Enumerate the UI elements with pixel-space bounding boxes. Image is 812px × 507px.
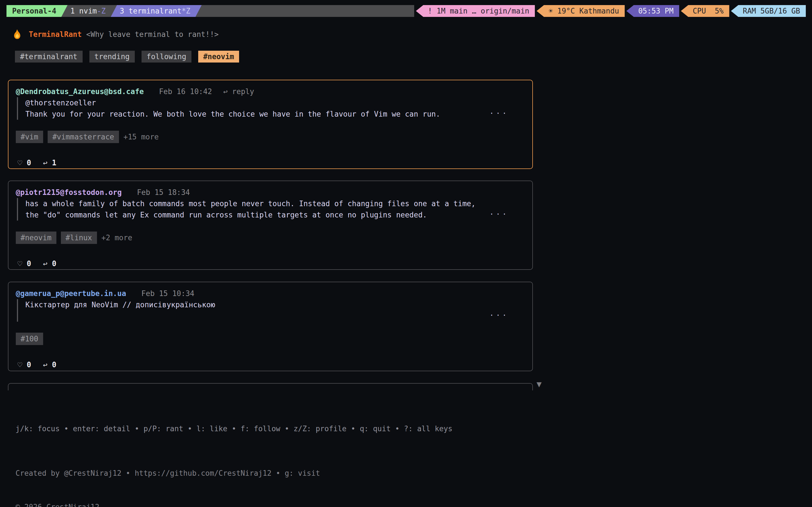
tag-chip[interactable]: #vimmasterrace xyxy=(48,131,119,143)
post-content: Кікстартер для NeoVim // дописівукраїнсь… xyxy=(17,299,525,322)
reply-count: 0 xyxy=(52,260,56,268)
post-stats: ♡0↩0 xyxy=(16,258,525,269)
tag-chip[interactable]: #vim xyxy=(16,131,43,143)
tmux-window-label: 3 terminalrant xyxy=(120,5,182,17)
app-title: TerminalRant xyxy=(29,30,82,39)
post-card[interactable]: @gamerua_p@peertube.in.uaFeb 15 10:34Кік… xyxy=(8,282,533,371)
post-content: has a whole family of batch commands mos… xyxy=(17,198,525,221)
post-content-line: Кікстартер для NeoVim // дописівукраїнсь… xyxy=(26,299,525,311)
tmux-status-bar: Personal-4 1 nvim-Z3 terminalrant*Z ! 1M… xyxy=(0,5,812,17)
like-count: 0 xyxy=(27,360,31,369)
keybind-help-bar: j/k: focus • enter: detail • p/P: rant •… xyxy=(15,423,453,434)
app-tagline: <Why leave terminal to rant!!> xyxy=(86,30,219,39)
app-header: TerminalRant <Why leave terminal to rant… xyxy=(13,29,218,40)
footer-credits: Created by @CrestNiraj12 • https://githu… xyxy=(15,445,320,507)
post-card[interactable]: @Dendrobatus_Azureus@bsd.cafeFeb 16 10:4… xyxy=(8,80,533,169)
post-stats: ♡0↩0 xyxy=(16,359,525,371)
post-timestamp: Feb 15 10:34 xyxy=(141,288,194,299)
post-content-line: has a whole family of batch commands mos… xyxy=(26,198,525,209)
tab-terminalrant[interactable]: #terminalrant xyxy=(15,51,83,62)
tab-following[interactable]: following xyxy=(142,51,192,62)
weather-segment: ☀ 19°C Kathmandu xyxy=(537,5,624,17)
reply-count: 1 xyxy=(52,159,56,167)
post-username[interactable]: @Dendrobatus_Azureus@bsd.cafe xyxy=(16,86,144,97)
post-card[interactable]: @piotr1215@fosstodon.orgFeb 15 18:34has … xyxy=(8,180,533,270)
tag-chip[interactable]: #linux xyxy=(61,231,97,244)
tmux-left-segments: Personal-4 1 nvim-Z3 terminalrant*Z xyxy=(6,5,202,17)
post-content: @thorstenzoellerThank you for your react… xyxy=(17,97,525,120)
post-content-line: the "do" commands let any Ex command run… xyxy=(26,209,525,221)
tmux-right-segments: ! 1M main … origin/main☀ 19°C Kathmandu0… xyxy=(414,5,806,17)
fire-icon xyxy=(13,29,21,40)
tmux-window-terminalrant[interactable]: 3 terminalrant*Z xyxy=(111,5,202,17)
tab-trending[interactable]: trending xyxy=(89,51,135,62)
clock-segment: 05:53 PM xyxy=(626,5,679,17)
post-username[interactable]: @gamerua_p@peertube.in.ua xyxy=(16,288,126,299)
tmux-window-nvim[interactable]: 1 nvim-Z xyxy=(61,5,117,17)
reply-indicator: ↩ reply xyxy=(223,86,254,97)
tag-chip[interactable]: #100 xyxy=(16,333,43,345)
post-stats: ♡0↩1 xyxy=(16,157,525,168)
like-count: 0 xyxy=(27,260,31,268)
post-content-line xyxy=(26,311,525,322)
tmux-window-flags: -Z xyxy=(97,5,105,17)
more-tags-label: +15 more xyxy=(123,133,159,141)
post-header: @piotr1215@fosstodon.orgFeb 15 18:34 xyxy=(16,187,525,198)
tmux-bar-filler xyxy=(195,5,414,17)
post-username[interactable]: @piotr1215@fosstodon.org xyxy=(16,187,122,198)
truncated-ellipsis: ... xyxy=(490,309,509,317)
post-header: @Dendrobatus_Azureus@bsd.cafeFeb 16 10:4… xyxy=(16,86,525,97)
post-card-partial[interactable] xyxy=(8,383,533,390)
post-content-line: Thank you for your reaction. We both lov… xyxy=(26,108,525,120)
credits-line: Created by @CrestNiraj12 • https://githu… xyxy=(15,467,320,479)
like-icon[interactable]: ♡ xyxy=(17,158,22,168)
post-tags: #vim#vimmasterrace+15 more xyxy=(16,131,525,143)
terminal-screen: { "tmux_bar": { "session": "Personal-4",… xyxy=(0,0,812,507)
reply-icon[interactable]: ↩ xyxy=(43,159,48,167)
tag-chip[interactable]: #neovim xyxy=(16,231,56,244)
tmux-window-flags: *Z xyxy=(182,5,190,17)
more-tags-label: +2 more xyxy=(101,233,133,242)
tmux-window-label: 1 nvim xyxy=(70,5,97,17)
tab-neovim[interactable]: #neovim xyxy=(198,51,239,62)
tmux-session-name[interactable]: Personal-4 xyxy=(6,5,68,17)
git-status-segment: ! 1M main … origin/main xyxy=(416,5,535,17)
post-content-line: @thorstenzoeller xyxy=(26,97,525,108)
post-header: @gamerua_p@peertube.in.uaFeb 15 10:34 xyxy=(16,288,525,299)
post-timestamp: Feb 15 18:34 xyxy=(137,187,190,198)
like-icon[interactable]: ♡ xyxy=(17,360,22,370)
reply-icon[interactable]: ↩ xyxy=(43,260,48,268)
scroll-down-indicator[interactable]: ▼ xyxy=(537,379,542,390)
ram-segment: RAM 5GB/16 GB xyxy=(731,5,806,17)
reply-count: 0 xyxy=(52,360,56,369)
like-icon[interactable]: ♡ xyxy=(17,259,22,269)
truncated-ellipsis: ... xyxy=(490,208,509,216)
cpu-segment: CPU 5% xyxy=(681,5,729,17)
post-tags: #100 xyxy=(16,333,525,345)
copyright-line: © 2026 CrestNiraj12 xyxy=(15,501,320,507)
truncated-ellipsis: ... xyxy=(490,107,509,115)
post-tags: #neovim#linux+2 more xyxy=(16,231,525,244)
reply-icon[interactable]: ↩ xyxy=(43,360,48,369)
like-count: 0 xyxy=(27,159,31,167)
post-timestamp: Feb 16 10:42 xyxy=(159,86,212,97)
tab-bar: #terminalranttrendingfollowing#neovim xyxy=(15,51,239,62)
